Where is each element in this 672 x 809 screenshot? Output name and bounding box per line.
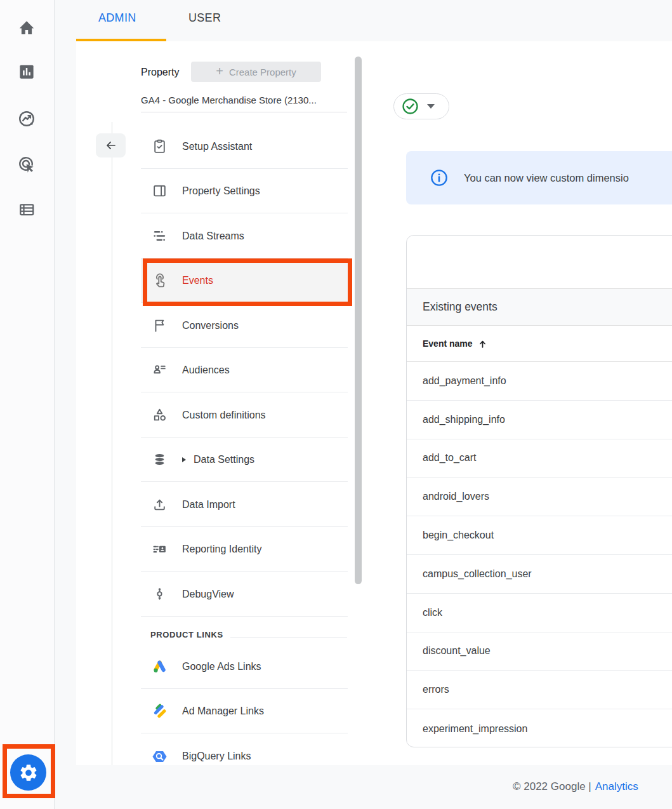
info-icon — [430, 169, 448, 187]
event-row[interactable]: add_to_cart — [407, 439, 672, 478]
create-property-label: Create Property — [229, 67, 296, 77]
menu-item-label: DebugView — [182, 589, 234, 600]
create-property-button[interactable]: + Create Property — [191, 62, 321, 82]
divider — [141, 112, 347, 112]
menu-item-label: Data Settings — [194, 454, 254, 465]
menu-item-custom-definitions[interactable]: Custom definitions — [141, 393, 348, 438]
back-arrow-icon — [104, 138, 118, 152]
admin-settings-button[interactable] — [10, 754, 46, 791]
menu-item-setup-assistant[interactable]: Setup Assistant — [141, 124, 348, 169]
bigquery-icon — [151, 748, 168, 765]
event-row[interactable]: click — [407, 594, 672, 632]
menu-item-label: Setup Assistant — [182, 141, 252, 152]
menu-item-label: Custom definitions — [182, 410, 266, 421]
data-streams-icon — [151, 227, 168, 244]
menu-item-label: Events — [182, 275, 213, 286]
plus-icon: + — [216, 65, 223, 77]
event-name: errors — [423, 684, 449, 695]
menu-item-label: Conversions — [182, 320, 239, 331]
custom-definitions-icon — [151, 406, 168, 424]
page-footer: © 2022 Google |Analytics — [55, 765, 672, 809]
app-sidebar — [0, 0, 55, 809]
menu-item-events[interactable]: Events — [141, 258, 348, 303]
menu-item-debugview[interactable]: DebugView — [141, 572, 348, 617]
explore-icon[interactable] — [16, 108, 37, 130]
advertising-icon[interactable] — [16, 154, 37, 175]
event-status-dropdown[interactable] — [393, 93, 449, 119]
column-scrollbar[interactable] — [355, 57, 362, 584]
section-rule — [230, 637, 347, 638]
event-name: begin_checkout — [423, 530, 494, 541]
property-settings-icon — [151, 182, 168, 199]
banner-message: You can now view custom dimensio — [464, 172, 629, 184]
event-row[interactable]: add_shipping_info — [407, 401, 672, 439]
event-row[interactable]: discount_value — [407, 632, 672, 671]
event-name: click — [423, 607, 442, 618]
library-icon[interactable] — [16, 199, 37, 220]
menu-item-label: Reporting Identity — [182, 544, 261, 555]
tab-user[interactable]: USER — [188, 11, 221, 25]
property-column: Property + Create Property GA4 - Google … — [76, 41, 362, 765]
product-links-header: PRODUCT LINKS — [150, 630, 223, 639]
reporting-identity-icon — [151, 540, 168, 558]
chevron-down-icon — [427, 104, 435, 109]
info-banner: You can now view custom dimensio — [406, 151, 672, 204]
menu-left-rule — [112, 122, 112, 765]
menu-item-label: Audiences — [182, 364, 230, 376]
existing-events-title: Existing events — [423, 300, 497, 314]
home-icon[interactable] — [16, 17, 37, 39]
menu-item-label: Google Ads Links — [182, 661, 261, 672]
event-name: experiment_impression — [423, 723, 527, 735]
menu-item-data-streams[interactable]: Data Streams — [141, 214, 348, 258]
sort-ascending-icon — [478, 339, 487, 349]
property-column-label: Property — [141, 67, 179, 78]
card-toolbar-area — [407, 236, 672, 289]
menu-item-google-ads-links[interactable]: Google Ads Links — [141, 645, 348, 689]
analytics-link[interactable]: Analytics — [595, 780, 638, 792]
event-row[interactable]: campus_collection_user — [407, 555, 672, 594]
menu-item-property-settings[interactable]: Property Settings — [141, 169, 348, 213]
column-header-label: Event name — [423, 338, 473, 349]
panel-gutter — [55, 41, 76, 765]
menu-item-label: Property Settings — [182, 185, 260, 197]
event-name: add_payment_info — [423, 375, 506, 387]
selected-property-name[interactable]: GA4 - Google Merchandise Store (2130... — [141, 95, 317, 105]
menu-item-label: Data Import — [182, 499, 235, 511]
event-name: discount_value — [423, 645, 491, 657]
debugview-icon — [151, 585, 168, 603]
event-row[interactable]: errors — [407, 671, 672, 709]
copyright-text: © 2022 Google | — [513, 780, 591, 792]
existing-events-header: Existing events — [407, 289, 672, 326]
event-name: add_shipping_info — [423, 414, 505, 425]
event-row[interactable]: android_lovers — [407, 478, 672, 516]
menu-item-label: Ad Manager Links — [182, 705, 264, 717]
menu-item-audiences[interactable]: Audiences — [141, 348, 348, 392]
menu-item-data-settings[interactable]: Data Settings — [141, 438, 348, 482]
event-row[interactable]: experiment_impression — [407, 709, 672, 747]
check-circle-icon — [402, 98, 419, 115]
data-import-icon — [151, 496, 168, 513]
gear-icon — [18, 763, 39, 783]
setup-assistant-icon — [151, 138, 168, 155]
menu-item-label: BigQuery Links — [182, 751, 251, 762]
menu-item-label: Data Streams — [182, 231, 244, 242]
events-icon — [151, 272, 168, 289]
menu-item-conversions[interactable]: Conversions — [141, 304, 348, 348]
menu-item-reporting-identity[interactable]: Reporting Identity — [141, 527, 348, 572]
collapse-column-button[interactable] — [96, 133, 126, 157]
reports-icon[interactable] — [16, 61, 37, 83]
expand-arrow-icon[interactable] — [182, 457, 186, 462]
event-name-column-header[interactable]: Event name — [407, 326, 672, 362]
menu-item-data-import[interactable]: Data Import — [141, 483, 348, 527]
admin-tab-bar: ADMIN USER — [55, 0, 672, 41]
conversions-flag-icon — [151, 317, 168, 334]
tab-admin[interactable]: ADMIN — [98, 11, 136, 25]
data-settings-icon — [151, 451, 168, 468]
events-card: Existing events Event name add_payment_i… — [406, 235, 672, 747]
ga4-admin-page: ADMIN USER Property + Create Property GA… — [0, 0, 672, 809]
event-row[interactable]: begin_checkout — [407, 516, 672, 555]
menu-item-bigquery-links[interactable]: BigQuery Links — [141, 734, 348, 765]
event-row[interactable]: add_payment_info — [407, 362, 672, 401]
audiences-icon — [151, 361, 168, 378]
menu-item-ad-manager-links[interactable]: Ad Manager Links — [141, 689, 348, 733]
